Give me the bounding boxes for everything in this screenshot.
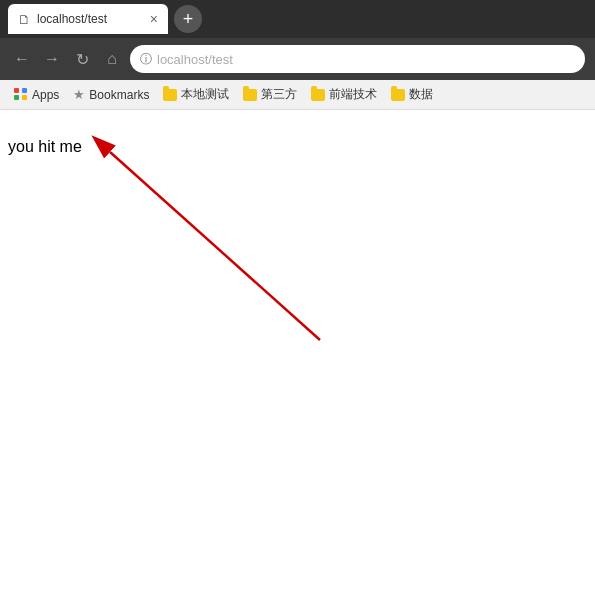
page-content: you hit me bbox=[0, 110, 595, 609]
red-arrow bbox=[0, 110, 595, 609]
bookmark-item-2[interactable]: 前端技术 bbox=[305, 84, 383, 105]
folder-icon-1 bbox=[243, 89, 257, 101]
address-bar[interactable]: ⓘ localhost/test bbox=[130, 45, 585, 73]
svg-line-1 bbox=[110, 152, 320, 340]
bookmark-label-3: 数据 bbox=[409, 86, 433, 103]
title-bar: 🗋 localhost/test × + bbox=[0, 0, 595, 38]
reload-button[interactable]: ↻ bbox=[70, 47, 94, 71]
apps-label: Apps bbox=[32, 88, 59, 102]
forward-button[interactable]: → bbox=[40, 47, 64, 71]
bookmark-label-2: 前端技术 bbox=[329, 86, 377, 103]
bookmark-label-1: 第三方 bbox=[261, 86, 297, 103]
page-hit-text: you hit me bbox=[8, 138, 82, 156]
bookmarks-label: Bookmarks bbox=[89, 88, 149, 102]
bookmark-label-0: 本地测试 bbox=[181, 86, 229, 103]
address-text: localhost/test bbox=[157, 52, 233, 67]
apps-dot-blue bbox=[22, 88, 27, 93]
bookmark-item-1[interactable]: 第三方 bbox=[237, 84, 303, 105]
folder-icon-2 bbox=[311, 89, 325, 101]
back-button[interactable]: ← bbox=[10, 47, 34, 71]
active-tab[interactable]: 🗋 localhost/test × bbox=[8, 4, 168, 34]
bookmark-item-3[interactable]: 数据 bbox=[385, 84, 439, 105]
bookmarks-folder[interactable]: ★ Bookmarks bbox=[67, 85, 155, 104]
tab-close-button[interactable]: × bbox=[150, 12, 158, 26]
info-icon: ⓘ bbox=[140, 51, 152, 68]
apps-dot-yellow bbox=[22, 95, 27, 100]
folder-icon-3 bbox=[391, 89, 405, 101]
home-button[interactable]: ⌂ bbox=[100, 47, 124, 71]
apps-dot-red bbox=[14, 88, 19, 93]
bookmarks-bar: Apps ★ Bookmarks 本地测试 第三方 前端技术 数据 bbox=[0, 80, 595, 110]
apps-grid-icon bbox=[14, 88, 28, 102]
tab-page-icon: 🗋 bbox=[18, 12, 31, 27]
new-tab-button[interactable]: + bbox=[174, 5, 202, 33]
apps-dot-green bbox=[14, 95, 19, 100]
tab-title: localhost/test bbox=[37, 12, 144, 26]
folder-icon-0 bbox=[163, 89, 177, 101]
star-icon: ★ bbox=[73, 87, 85, 102]
bookmark-item-0[interactable]: 本地测试 bbox=[157, 84, 235, 105]
navigation-bar: ← → ↻ ⌂ ⓘ localhost/test bbox=[0, 38, 595, 80]
apps-launcher[interactable]: Apps bbox=[8, 86, 65, 104]
